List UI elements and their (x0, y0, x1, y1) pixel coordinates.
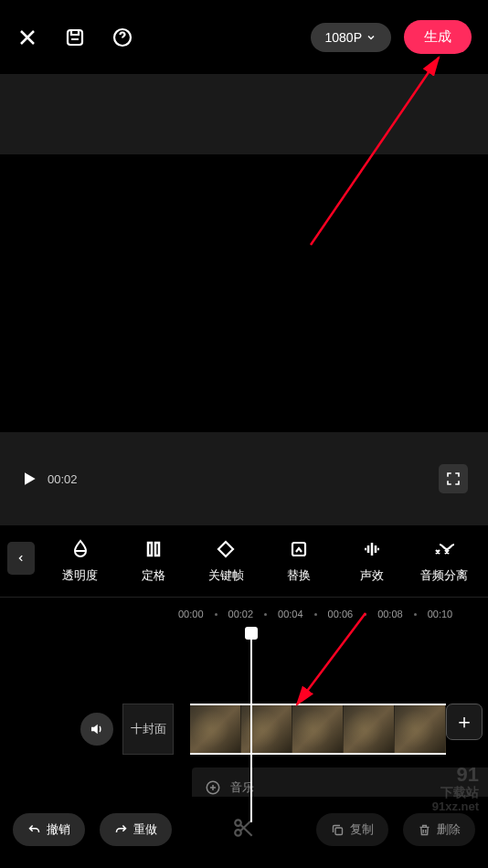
thumbnail (395, 705, 446, 753)
tool-freeze[interactable]: 定格 (117, 538, 190, 584)
tool-label: 关键帧 (208, 567, 244, 584)
svg-rect-0 (68, 30, 82, 45)
tool-label: 替换 (287, 567, 311, 584)
undo-label: 撤销 (47, 821, 70, 838)
replace-icon (288, 538, 310, 560)
help-icon[interactable] (111, 26, 133, 48)
ruler-tick: 00:02 (228, 609, 254, 619)
video-clip[interactable]: 1227169D1137C1A623453D200666EB31.mp4 (190, 704, 446, 755)
copy-label: 复制 (350, 821, 374, 838)
ruler-tick: 00:00 (178, 609, 204, 619)
chevron-down-icon (366, 32, 377, 43)
ruler-tick: 00:06 (328, 609, 354, 619)
volume-icon[interactable] (80, 713, 113, 746)
cover-label: 十封面 (131, 721, 166, 737)
opacity-icon (69, 538, 91, 560)
redo-icon (114, 823, 128, 837)
timeline[interactable]: 十封面 1227169D1137C1A623453D200666EB31.mp4… (0, 630, 488, 822)
add-clip-button[interactable]: ＋ (446, 704, 483, 740)
resolution-button[interactable]: 1080P (311, 23, 391, 52)
svg-point-8 (235, 820, 241, 826)
thumbnail (190, 705, 241, 753)
tool-label: 音频分离 (420, 567, 468, 584)
time-ruler[interactable]: 00:00 00:02 00:04 00:06 00:08 00:10 (0, 598, 488, 630)
tool-label: 声效 (360, 567, 384, 584)
player-controls: 00:02 (0, 432, 488, 525)
svg-rect-3 (155, 543, 159, 556)
delete-label: 删除 (437, 821, 461, 838)
ruler-tick: 00:10 (428, 609, 453, 619)
cover-button[interactable]: 十封面 (122, 704, 174, 755)
copy-icon (331, 823, 345, 837)
freeze-icon (143, 538, 164, 560)
tool-keyframe[interactable]: 关键帧 (189, 538, 262, 584)
bottom-toolbar: 撤销 重做 复制 删除 (0, 797, 488, 868)
add-music-icon (205, 779, 221, 796)
close-icon[interactable] (16, 26, 38, 48)
play-icon[interactable] (20, 470, 38, 488)
fullscreen-icon[interactable] (439, 464, 468, 493)
generate-button[interactable]: 生成 (404, 20, 472, 54)
svg-rect-10 (335, 828, 343, 835)
svg-rect-2 (148, 543, 152, 556)
thumbnail (241, 705, 292, 753)
audio-separate-icon (433, 538, 455, 560)
sfx-icon (361, 538, 383, 560)
current-time: 00:02 (48, 472, 78, 486)
ruler-tick: 00:08 (377, 609, 403, 619)
undo-icon (27, 823, 41, 837)
delete-button[interactable]: 删除 (403, 813, 475, 846)
copy-button[interactable]: 复制 (316, 813, 388, 846)
video-preview[interactable] (0, 154, 488, 432)
toolbar-collapse[interactable] (7, 542, 35, 575)
playhead[interactable] (250, 630, 252, 822)
trash-icon (418, 823, 431, 837)
resolution-label: 1080P (325, 30, 362, 45)
redo-label: 重做 (133, 821, 157, 838)
generate-label: 生成 (424, 28, 451, 44)
thumbnail (292, 705, 344, 753)
video-track: 十封面 1227169D1137C1A623453D200666EB31.mp4… (0, 700, 488, 758)
svg-point-9 (235, 830, 241, 836)
tool-label: 透明度 (62, 567, 98, 584)
edit-toolbar: 透明度 定格 关键帧 替换 声效 音频分离 (0, 525, 488, 598)
tool-replace[interactable]: 替换 (262, 538, 335, 584)
tool-sfx[interactable]: 声效 (335, 538, 408, 584)
ruler-tick: 00:04 (278, 609, 303, 619)
keyframe-icon (215, 538, 237, 560)
preview-padding-top (0, 74, 488, 154)
redo-button[interactable]: 重做 (100, 813, 172, 846)
undo-button[interactable]: 撤销 (13, 813, 85, 846)
tool-opacity[interactable]: 透明度 (44, 538, 117, 584)
thumbnail (344, 705, 395, 753)
save-icon[interactable] (64, 26, 86, 48)
tool-label: 定格 (142, 567, 165, 584)
tool-audio-separate[interactable]: 音频分离 (408, 538, 481, 584)
cut-icon[interactable] (232, 816, 256, 843)
